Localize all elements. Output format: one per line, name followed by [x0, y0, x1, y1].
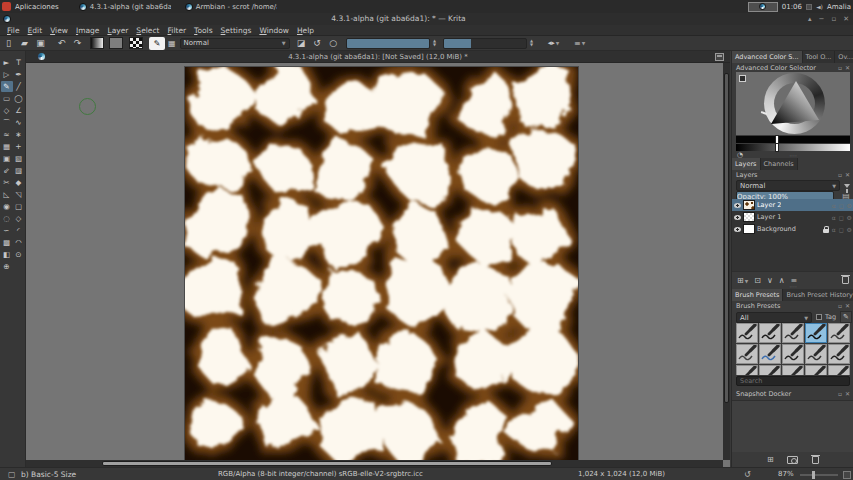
close-docker-icon[interactable]: ✕ [845, 64, 850, 71]
layer-filter-button[interactable] [842, 180, 852, 191]
size-spinner[interactable]: ▲▼ [528, 38, 536, 49]
opacity-slider[interactable]: Opacity: 100% [346, 38, 430, 49]
tool-button[interactable]: ⇙ [1, 165, 13, 176]
close-button[interactable]: ✕ [843, 15, 849, 23]
subwindow-restore-button[interactable] [715, 53, 724, 61]
preset-tag-select[interactable]: All ▼ [736, 312, 812, 323]
menu-item[interactable]: View [46, 26, 72, 35]
new-document-button[interactable]: ▯ [2, 37, 15, 50]
tool-button[interactable]: ◇ [1, 105, 13, 116]
tool-button[interactable]: ✂ [1, 177, 13, 188]
brush-preset-thumbnail[interactable] [759, 344, 781, 364]
float-docker-icon[interactable]: ▫ [838, 390, 842, 397]
brush-preset-thumbnail[interactable] [828, 344, 850, 364]
opacity-spinner[interactable]: ▲▼ [431, 38, 439, 49]
layer-options-icon[interactable]: ⚙ [847, 214, 852, 221]
brush-preset-thumbnail[interactable] [782, 344, 804, 364]
layer-blending-mode-select[interactable]: Normal ▼ [736, 180, 840, 191]
layer-row[interactable]: Layer 2 α ◻ ⚙ [732, 199, 853, 211]
docker-tab[interactable]: Brush Presets [732, 289, 783, 301]
pin-button[interactable]: ▴ [808, 15, 812, 23]
close-docker-icon[interactable]: ✕ [845, 302, 850, 309]
menu-item[interactable]: File [3, 26, 24, 35]
tool-button[interactable]: ∽ [1, 225, 13, 236]
tool-button[interactable]: ▧ [13, 153, 25, 164]
layer-options-icon[interactable]: ⚙ [847, 202, 852, 209]
tool-button[interactable]: ⊕ [1, 261, 13, 272]
layer-row[interactable]: Background α ◻ ⚙ [732, 223, 853, 235]
tool-button[interactable]: ◯ [13, 93, 25, 104]
brush-preset-thumbnail[interactable] [736, 344, 758, 364]
close-docker-icon[interactable]: ✕ [845, 171, 850, 178]
preserve-alpha-button[interactable]: ○ [327, 37, 340, 50]
move-layer-down-button[interactable]: ∨ [767, 276, 773, 285]
window-preview[interactable] [748, 2, 778, 12]
layer-options-icon[interactable]: ⚙ [847, 226, 852, 233]
tool-button[interactable]: T [13, 57, 25, 68]
vertical-scrollbar[interactable] [723, 63, 730, 460]
layer-visibility-icon[interactable] [734, 227, 741, 232]
taskbar-window-button[interactable]: Armbian - scrot /home/a... [185, 3, 277, 11]
tool-button[interactable]: ▦ [1, 141, 13, 152]
open-document-button[interactable]: ▰ [18, 37, 31, 50]
tray-indicator-icon[interactable] [806, 4, 812, 10]
brush-preset-thumbnail[interactable] [782, 323, 804, 343]
tool-button[interactable]: ▩ [1, 237, 13, 248]
create-snapshot-button[interactable]: ⊞ [767, 455, 774, 464]
layer-visibility-icon[interactable] [734, 203, 741, 208]
brush-preset-thumbnail[interactable] [759, 323, 781, 343]
alpha-lock-icon[interactable]: ◻ [839, 214, 844, 221]
delete-layer-button[interactable] [842, 276, 849, 284]
lightness-gradient-bar[interactable] [736, 144, 850, 151]
tool-button[interactable]: ⌒ [1, 117, 13, 128]
brush-preset-thumbnail[interactable] [782, 365, 804, 375]
menu-item[interactable]: Settings [217, 26, 256, 35]
brush-preset-thumbnail[interactable] [759, 365, 781, 375]
tool-button[interactable]: ◜ [13, 225, 25, 236]
tool-button[interactable]: ◺ [1, 189, 13, 200]
menu-item[interactable]: Window [255, 26, 293, 35]
blending-mode-select[interactable]: Normal ▼ [180, 38, 290, 49]
save-button[interactable]: ▣ [34, 37, 47, 50]
tool-button[interactable]: ∗ [13, 129, 25, 140]
layer-visibility-icon[interactable] [734, 215, 741, 220]
tool-button[interactable]: ✒ [13, 69, 25, 80]
alpha-lock-icon[interactable]: ◻ [839, 202, 844, 209]
tag-checkbox[interactable] [816, 314, 822, 320]
close-docker-icon[interactable]: ✕ [845, 390, 850, 397]
reload-preset-button[interactable]: ↺ [311, 37, 324, 50]
maximize-button[interactable]: ▫ [831, 15, 836, 23]
brush-preset-thumbnail[interactable] [805, 365, 827, 375]
gradient-swatch[interactable] [90, 37, 104, 49]
float-docker-icon[interactable]: ▫ [838, 64, 842, 71]
mirror-tool-button[interactable]: ◂▸▼ [544, 37, 564, 50]
memory-usage-icon[interactable]: ↺ [744, 468, 751, 480]
tool-button[interactable]: ► [1, 57, 13, 68]
redo-button[interactable]: ↷ [71, 37, 84, 50]
canvas-only-mode-button[interactable] [843, 471, 851, 479]
menu-item[interactable]: Edit [24, 26, 47, 35]
tool-button[interactable]: ▷ [1, 69, 13, 80]
float-docker-icon[interactable]: ▫ [838, 302, 842, 309]
distro-logo-icon[interactable] [2, 2, 11, 11]
duplicate-layer-button[interactable]: ⊡ [754, 276, 761, 285]
applications-menu[interactable]: Aplicaciones [15, 3, 65, 11]
zoom-slider-thumb[interactable] [812, 471, 815, 479]
tool-button[interactable]: ⊙ [13, 249, 25, 260]
tool-button[interactable]: ∿ [13, 117, 25, 128]
color-selector-widget[interactable] [736, 72, 850, 135]
tool-button[interactable]: + [13, 141, 25, 152]
brush-preset-thumbnail[interactable] [828, 323, 850, 343]
saturation-value-triangle[interactable] [769, 79, 821, 129]
tool-button[interactable]: ◠ [13, 237, 25, 248]
inherit-alpha-icon[interactable]: α [832, 214, 836, 221]
menu-item[interactable]: Image [72, 26, 104, 35]
taskbar-window-button[interactable]: 4.3.1-alpha (git aba6da1... [79, 3, 171, 11]
preset-display-options-button[interactable]: ✎ [840, 311, 852, 323]
tool-button[interactable]: ◧ [1, 249, 13, 260]
undo-button[interactable]: ↶ [55, 37, 68, 50]
tool-button[interactable]: ▭ [1, 93, 13, 104]
tool-button[interactable]: ◌ [1, 213, 13, 224]
inherit-alpha-icon[interactable]: α [832, 226, 836, 233]
tool-button[interactable]: ◉ [1, 201, 13, 212]
